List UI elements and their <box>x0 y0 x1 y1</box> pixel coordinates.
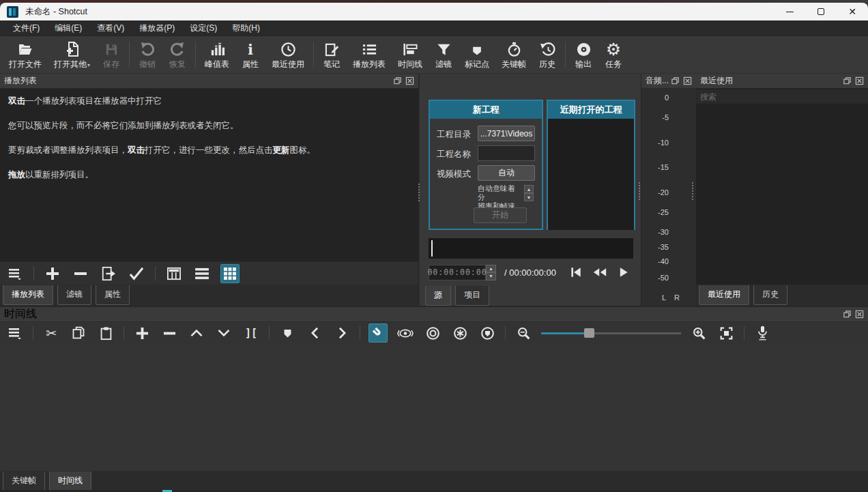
tab-timeline[interactable]: 时间线 <box>49 472 91 491</box>
maximize-button[interactable] <box>805 3 837 20</box>
playlist-button[interactable]: 播放列表 <box>347 36 392 73</box>
snap-button[interactable] <box>368 323 388 343</box>
shotcut-window: 未命名 - Shotcut ✕ 文件(F) 编辑(E) 查看(V) 播放器(P)… <box>0 0 868 492</box>
record-audio-button[interactable] <box>753 323 772 343</box>
info-icon: i <box>248 40 253 57</box>
ripple-delete-button[interactable] <box>160 323 179 343</box>
ripple-button[interactable] <box>423 323 442 343</box>
close-button[interactable]: ✕ <box>837 3 868 20</box>
tab-playlist[interactable]: 播放列表 <box>3 285 53 305</box>
playlist-menu-button[interactable] <box>5 264 25 283</box>
redo-button[interactable]: 恢复 <box>162 36 192 73</box>
maximize-icon <box>818 8 824 15</box>
close-panel-icon[interactable] <box>405 76 414 85</box>
history-button[interactable]: 历史 <box>532 36 562 73</box>
close-panel-icon[interactable] <box>683 76 692 85</box>
playlist-remove-button[interactable] <box>71 264 90 283</box>
tab-recent[interactable]: 最近使用 <box>699 285 749 305</box>
float-panel-icon[interactable] <box>671 76 680 85</box>
copy-button[interactable] <box>69 323 88 343</box>
splitter-handle[interactable] <box>692 182 693 200</box>
append-button[interactable] <box>132 323 151 343</box>
marker-button[interactable] <box>278 323 297 343</box>
recent-list[interactable] <box>696 104 868 285</box>
zoom-in-button[interactable] <box>689 323 708 343</box>
skip-to-start-button[interactable] <box>568 265 583 279</box>
float-panel-icon[interactable] <box>393 76 402 85</box>
timecode-input[interactable]: 00:00:00:00 <box>429 265 486 280</box>
tab-keyframes[interactable]: 关键帧 <box>3 472 45 491</box>
project-folder-button[interactable]: ...7371\Videos <box>478 126 535 141</box>
float-panel-icon[interactable] <box>843 310 852 319</box>
tab-filters[interactable]: 滤镜 <box>57 285 91 305</box>
tab-source[interactable]: 源 <box>425 286 451 306</box>
slider-fill <box>541 332 589 334</box>
playlist-add-button[interactable] <box>43 264 62 283</box>
prev-marker-button[interactable] <box>305 323 324 343</box>
markers-button[interactable]: 标记点 <box>459 36 495 73</box>
zoom-fit-button[interactable] <box>717 323 736 343</box>
save-button[interactable]: 保存 <box>96 36 126 73</box>
tab-properties[interactable]: 属性 <box>96 285 130 305</box>
timeline-button[interactable]: 时间线 <box>392 36 429 73</box>
timeline-zoom-slider[interactable] <box>541 328 681 338</box>
rewind-button[interactable] <box>592 265 608 279</box>
notes-button[interactable]: 笔记 <box>317 36 347 73</box>
slider-handle[interactable] <box>584 328 594 338</box>
menu-player[interactable]: 播放器(P) <box>133 20 181 36</box>
menu-file[interactable]: 文件(F) <box>7 20 46 36</box>
recent-projects-list[interactable] <box>548 119 634 230</box>
ripple-all-tracks-button[interactable] <box>450 323 469 343</box>
scroll-up-icon[interactable]: ▲ <box>524 185 534 193</box>
menu-settings[interactable]: 设定(S) <box>184 20 223 36</box>
splitter-handle[interactable] <box>639 182 640 200</box>
ripple-markers-button[interactable] <box>478 323 497 343</box>
keyframes-button[interactable]: 关键帧 <box>495 36 532 73</box>
view-icons-button[interactable] <box>220 264 240 283</box>
overwrite-button[interactable] <box>214 323 233 343</box>
recent-search-input[interactable] <box>696 89 868 104</box>
view-tiles-button[interactable] <box>192 264 212 283</box>
cut-button[interactable]: ✂ <box>42 323 61 343</box>
start-button[interactable]: 开始 <box>474 207 527 223</box>
playlist-update-button[interactable] <box>127 264 146 283</box>
scroll-down-icon[interactable]: ▼ <box>524 193 534 201</box>
timeline-tracks-area[interactable] <box>0 344 868 471</box>
lift-button[interactable] <box>187 323 206 343</box>
playhead-cursor[interactable] <box>431 240 433 257</box>
float-panel-icon[interactable] <box>843 76 852 85</box>
minimize-button[interactable] <box>774 3 805 20</box>
filters-button[interactable]: 滤镜 <box>429 36 459 73</box>
close-panel-icon[interactable] <box>855 310 864 319</box>
tab-history[interactable]: 历史 <box>753 285 787 305</box>
open-other-button[interactable]: 打开其他▾ <box>48 36 96 73</box>
peak-meter-button[interactable]: 峰值表 <box>199 36 235 73</box>
timecode-up-icon[interactable]: ▲ <box>486 265 496 273</box>
playlist-open-button[interactable] <box>99 264 118 283</box>
timecode-down-icon[interactable]: ▼ <box>486 272 496 280</box>
split-button[interactable]: ][ <box>242 323 261 343</box>
undo-button[interactable]: 撤销 <box>132 36 162 73</box>
scrub-while-dragging-button[interactable] <box>396 323 415 343</box>
next-marker-button[interactable] <box>332 323 351 343</box>
menu-help[interactable]: 帮助(H) <box>226 20 266 36</box>
tasks-button[interactable]: ⚙ 任务 <box>598 36 628 73</box>
recent-button[interactable]: 最近使用 <box>265 36 310 73</box>
video-mode-button[interactable]: 自动 <box>478 165 535 181</box>
close-panel-icon[interactable] <box>855 76 864 85</box>
play-button[interactable] <box>616 265 630 279</box>
project-name-input[interactable] <box>478 145 535 161</box>
view-details-button[interactable] <box>164 264 184 283</box>
output-button[interactable]: 输出 <box>568 36 598 73</box>
tab-project[interactable]: 项目 <box>455 286 489 306</box>
recent-projects-title: 近期打开的工程 <box>548 101 634 119</box>
menu-edit[interactable]: 编辑(E) <box>48 20 88 36</box>
menu-view[interactable]: 查看(V) <box>91 20 130 36</box>
player-scrubber[interactable] <box>429 238 633 259</box>
open-file-button[interactable]: 打开文件 <box>3 36 48 73</box>
properties-button[interactable]: i 属性 <box>235 36 265 73</box>
zoom-out-button[interactable] <box>514 323 533 343</box>
paste-button[interactable] <box>96 323 115 343</box>
timeline-menu-button[interactable] <box>5 323 25 343</box>
splitter-handle[interactable] <box>418 184 420 201</box>
